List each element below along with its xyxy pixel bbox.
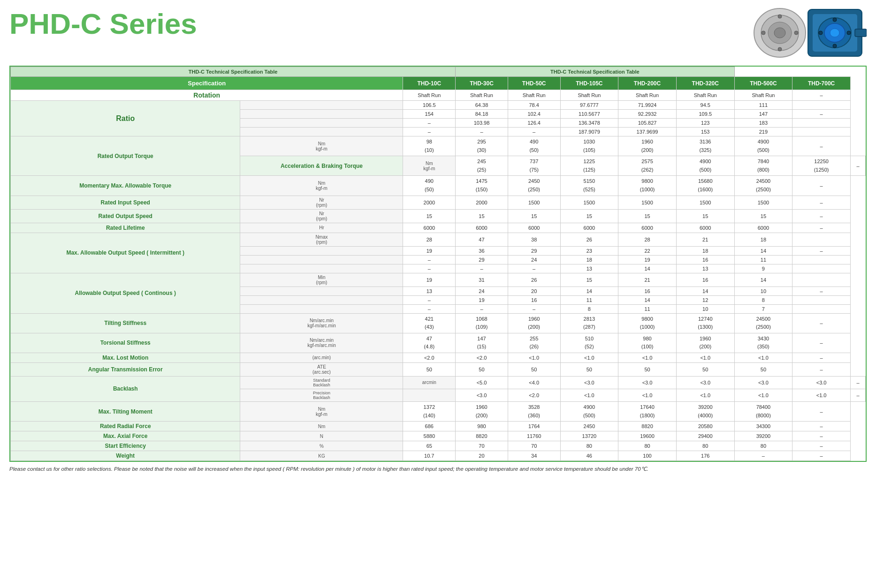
svg-point-14: [833, 44, 837, 48]
rated-input-speed-label: Rated Input Speed: [11, 196, 240, 209]
table-title-row: THD-C Technical Specification Table THD-…: [11, 67, 866, 77]
rotation-label: Rotation: [11, 90, 403, 101]
model-thd50c: THD-50C: [508, 77, 560, 90]
max-lost-motion-label: Max. Lost Motion: [11, 353, 240, 362]
rotation-thd700c: –: [792, 90, 851, 101]
max-allowable-output-speed-label: Max. Allowable Output Speed ( Intermitte…: [11, 233, 240, 273]
rotation-thd105c: Shaft Run: [560, 90, 618, 101]
accel-braking-label: Acceleration & Braking Torque: [240, 156, 403, 176]
max-tilting-moment-label: Max. Tilting Moment: [11, 401, 240, 421]
rotation-thd500c: Shaft Run: [734, 90, 792, 101]
torsional-stiffness-label: Torsional Stiffness: [11, 333, 240, 353]
rated-radial-force-row: Rated Radial Force Nm 686 980 1764 2450 …: [11, 422, 866, 431]
start-efficiency-label: Start Efficiency: [11, 441, 240, 451]
ratio-r1-thd500c: 111: [734, 101, 792, 110]
page-title: PHD-C Series: [9, 5, 197, 38]
model-thd700c: THD-700C: [792, 77, 851, 90]
ratio-unit-2: [240, 110, 403, 119]
spec-table-wrapper: THD-C Technical Specification Table THD-…: [9, 66, 867, 462]
rated-output-torque-row: Rated Output Torque Nmkgf-m 98 (10) 295 …: [11, 136, 866, 156]
ratio-r1-thd105c: 97.6777: [560, 101, 618, 110]
start-efficiency-row: Start Efficiency % 65 70 70 80 80 80 80 …: [11, 441, 866, 451]
allowable-output-speed-cont-r1: Allowable Output Speed ( Continous ) Min…: [11, 273, 866, 286]
weight-row: Weight KG 10.7 20 34 46 100 176 – –: [11, 451, 866, 461]
rated-output-speed-label: Rated Output Speed: [11, 209, 240, 223]
model-thd30c: THD-30C: [456, 77, 508, 90]
rated-lifetime-label: Rated Lifetime: [11, 223, 240, 233]
model-thd320c: THD-320C: [676, 77, 734, 90]
rotation-thd30c: Shaft Run: [456, 90, 508, 101]
ratio-unit: [240, 101, 403, 110]
max-allowable-output-speed-r1: Max. Allowable Output Speed ( Intermitte…: [11, 233, 866, 246]
ratio-r1-thd320c: 94.5: [676, 101, 734, 110]
max-axial-force-row: Max. Axial Force N 5880 8820 11760 13720…: [11, 431, 866, 441]
svg-point-3: [774, 28, 785, 38]
angular-trans-error-row: Angular Transmission Error ATE(arc.sec) …: [11, 362, 866, 376]
rated-lifetime-row: Rated Lifetime Hr 6000 6000 6000 6000 60…: [11, 223, 866, 233]
ratio-r1-thd30c: 64.38: [456, 101, 508, 110]
footer-text: Please contact us for other ratio select…: [9, 466, 867, 472]
svg-point-6: [762, 31, 765, 35]
table-title-right: THD-C Technical Specification Table: [456, 67, 734, 77]
model-thd200c: THD-200C: [618, 77, 677, 90]
weight-label: Weight: [11, 451, 240, 461]
svg-point-12: [830, 29, 839, 37]
backlash-standard-row: Backlash StandardBacklash arcmin <5.0 <4…: [11, 376, 866, 389]
rotation-row: Rotation Shaft Run Shaft Run Shaft Run S…: [11, 90, 866, 101]
svg-point-5: [778, 47, 782, 51]
rated-output-torque-label: Rated Output Torque: [11, 136, 240, 176]
max-axial-force-label: Max. Axial Force: [11, 431, 240, 441]
page-header: PHD-C Series: [9, 5, 867, 61]
model-thd500c: THD-500C: [734, 77, 792, 90]
max-lost-motion-row: Max. Lost Motion (arc.min) <2.0 <2.0 <1.…: [11, 353, 866, 362]
momentary-max-label: Momentary Max. Allowable Torque: [11, 176, 240, 196]
spec-header: Specification: [11, 77, 403, 90]
rated-input-speed-row: Rated Input Speed Nr(rpm) 2000 2000 1500…: [11, 196, 866, 209]
torsional-stiffness-row: Torsional Stiffness Nm/arc.minkgf-m/arc.…: [11, 333, 866, 353]
svg-point-13: [833, 18, 837, 22]
rotation-thd10c: Shaft Run: [403, 90, 456, 101]
svg-rect-17: [855, 29, 867, 37]
ratio-r1-thd200c: 71.9924: [618, 101, 677, 110]
ratio-row-1: Ratio 106.5 64.38 78.4 97.6777 71.9924 9…: [11, 101, 866, 110]
tilting-stiffness-label: Tilting Stiffness: [11, 313, 240, 333]
svg-point-16: [847, 31, 851, 35]
table-title-left: THD-C Technical Specification Table: [11, 67, 456, 77]
svg-point-4: [778, 15, 782, 18]
angular-trans-error-label: Angular Transmission Error: [11, 362, 240, 376]
allowable-output-speed-label: Allowable Output Speed ( Continous ): [11, 273, 240, 313]
ratio-r1-thd700c: [792, 101, 851, 110]
tilting-stiffness-row: Tilting Stiffness Nm/arc.minkgf-m/arc.mi…: [11, 313, 866, 333]
ratio-r1-thd10c: 106.5: [403, 101, 456, 110]
max-tilting-moment-row: Max. Tilting Moment Nmkgf-m 1372 (140) 1…: [11, 401, 866, 421]
svg-point-15: [819, 31, 823, 35]
model-thd105c: THD-105C: [560, 77, 618, 90]
svg-point-7: [794, 31, 798, 35]
ratio-r1-thd50c: 78.4: [508, 101, 560, 110]
model-thd10c: THD-10C: [403, 77, 456, 90]
rotation-thd320c: Shaft Run: [676, 90, 734, 101]
product-image: [745, 5, 867, 61]
column-header-row: Specification THD-10C THD-30C THD-50C TH…: [11, 77, 866, 90]
rated-output-speed-row: Rated Output Speed Nr(rpm) 15 15 15 15 1…: [11, 209, 866, 223]
ratio-label: Ratio: [11, 101, 240, 136]
rotation-thd50c: Shaft Run: [508, 90, 560, 101]
momentary-max-torque-row: Momentary Max. Allowable Torque Nmkgf-m …: [11, 176, 866, 196]
spec-table: THD-C Technical Specification Table THD-…: [10, 67, 866, 461]
rotation-thd200c: Shaft Run: [618, 90, 677, 101]
rated-radial-force-label: Rated Radial Force: [11, 422, 240, 431]
backlash-label: Backlash: [11, 376, 240, 401]
